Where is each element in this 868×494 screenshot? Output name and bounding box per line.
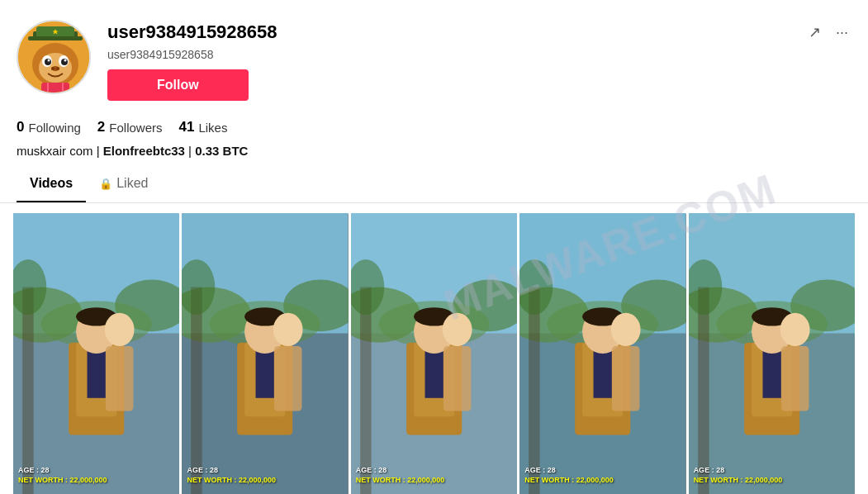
profile-top-row: user9384915928658 ↗ ··· bbox=[107, 20, 851, 45]
video-thumbnail: AGE : 28 NET WORTH : 22,000,000 ▷ 626 bbox=[13, 213, 179, 494]
bio-sep: | bbox=[185, 144, 195, 158]
video-card[interactable]: AGE : 28 NET WORTH : 22,000,000 ▷ 596 ✝ … bbox=[519, 213, 685, 494]
svg-rect-58 bbox=[443, 346, 472, 411]
svg-point-8 bbox=[64, 59, 67, 62]
tab-videos[interactable]: Videos bbox=[17, 166, 86, 202]
username-handle: user9384915928658 bbox=[107, 48, 851, 61]
followers-stat[interactable]: 2 Followers bbox=[97, 119, 163, 135]
stats-row: 0 Following 2 Followers 41 Likes bbox=[0, 111, 868, 140]
following-count: 0 bbox=[17, 119, 24, 135]
worth-line: NET WORTH : 22,000,000 bbox=[524, 475, 614, 486]
bio-row: muskxair com | Elonfreebtc33 | 0.33 BTC bbox=[0, 140, 868, 166]
followers-count: 2 bbox=[97, 119, 105, 135]
age-line: AGE : 28 bbox=[356, 465, 445, 476]
likes-label: Likes bbox=[198, 121, 227, 135]
age-line: AGE : 28 bbox=[187, 465, 276, 476]
svg-point-7 bbox=[48, 59, 50, 62]
tab-liked-label: Liked bbox=[116, 176, 148, 191]
video-overlay-text: AGE : 28 NET WORTH : 22,000,000 bbox=[187, 465, 276, 486]
svg-point-10 bbox=[51, 67, 55, 70]
video-overlay-text: AGE : 28 NET WORTH : 22,000,000 bbox=[356, 465, 445, 486]
svg-rect-72 bbox=[612, 346, 640, 411]
likes-count: 41 bbox=[179, 119, 195, 135]
profile-actions: ↗ ··· bbox=[805, 20, 851, 45]
bio-plain: muskxair com | bbox=[17, 144, 103, 158]
video-card[interactable]: AGE : 28 NET WORTH : 22,000,000 ▷ 620 ✝ … bbox=[182, 213, 348, 494]
followers-label: Followers bbox=[109, 121, 162, 135]
share-button[interactable]: ↗ bbox=[805, 20, 824, 45]
worth-line: NET WORTH : 22,000,000 bbox=[18, 475, 107, 486]
lock-icon: 🔒 bbox=[99, 178, 112, 190]
profile-header: user9384915928658 ↗ ··· user938491592865… bbox=[0, 0, 868, 111]
worth-line: NET WORTH : 22,000,000 bbox=[356, 475, 445, 486]
share-icon: ↗ bbox=[809, 24, 821, 40]
more-icon: ··· bbox=[836, 24, 848, 40]
tabs-row: Videos 🔒 Liked bbox=[0, 166, 868, 203]
svg-rect-44 bbox=[274, 346, 302, 411]
video-thumbnail: AGE : 28 NET WORTH : 22,000,000 ▷ 596 bbox=[519, 213, 685, 494]
svg-rect-31 bbox=[22, 287, 33, 494]
video-overlay-text: AGE : 28 NET WORTH : 22,000,000 bbox=[18, 465, 107, 486]
username-display: user9384915928658 bbox=[107, 21, 277, 43]
svg-point-57 bbox=[443, 313, 472, 346]
likes-stat[interactable]: 41 Likes bbox=[179, 119, 228, 135]
video-overlay-text: AGE : 28 NET WORTH : 22,000,000 bbox=[694, 465, 783, 486]
svg-rect-87 bbox=[698, 287, 709, 494]
video-card[interactable]: AGE : 28 NET WORTH : 22,000,000 ▷ 624 🙈 … bbox=[351, 213, 517, 494]
svg-rect-86 bbox=[781, 346, 809, 411]
video-card[interactable]: AGE : 28 NET WORTH : 22,000,000 ▷ 626 🔥 … bbox=[13, 213, 179, 494]
video-overlay-text: AGE : 28 NET WORTH : 22,000,000 bbox=[524, 465, 614, 486]
age-line: AGE : 28 bbox=[18, 465, 107, 476]
worth-line: NET WORTH : 22,000,000 bbox=[694, 475, 783, 486]
svg-point-85 bbox=[780, 313, 809, 346]
video-thumbnail: AGE : 28 NET WORTH : 22,000,000 ▷ 652 bbox=[689, 213, 855, 494]
avatar[interactable] bbox=[17, 20, 91, 94]
following-stat[interactable]: 0 Following bbox=[17, 119, 81, 135]
svg-point-29 bbox=[105, 313, 135, 346]
videos-grid: AGE : 28 NET WORTH : 22,000,000 ▷ 626 🔥 … bbox=[0, 213, 868, 494]
video-thumbnail: AGE : 28 NET WORTH : 22,000,000 ▷ 620 bbox=[182, 213, 348, 494]
svg-rect-14 bbox=[28, 36, 83, 40]
worth-line: NET WORTH : 22,000,000 bbox=[187, 475, 276, 486]
video-thumbnail: AGE : 28 NET WORTH : 22,000,000 ▷ 624 bbox=[351, 213, 517, 494]
svg-rect-16 bbox=[41, 83, 69, 94]
bio-bold-1: Elonfreebtc33 bbox=[103, 144, 185, 158]
follow-button[interactable]: Follow bbox=[107, 69, 249, 101]
svg-rect-30 bbox=[106, 346, 134, 411]
svg-rect-73 bbox=[529, 287, 539, 494]
following-label: Following bbox=[28, 121, 80, 135]
more-options-button[interactable]: ··· bbox=[832, 21, 851, 45]
bio-bold-2: 0.33 BTC bbox=[195, 144, 248, 158]
age-line: AGE : 28 bbox=[694, 465, 783, 476]
svg-point-71 bbox=[611, 313, 641, 346]
tab-videos-label: Videos bbox=[30, 176, 73, 191]
profile-info: user9384915928658 ↗ ··· user938491592865… bbox=[107, 20, 851, 101]
svg-rect-59 bbox=[360, 287, 371, 494]
video-card[interactable]: AGE : 28 NET WORTH : 22,000,000 ▷ 652 ⚡E… bbox=[689, 213, 855, 494]
svg-point-11 bbox=[56, 67, 59, 70]
svg-rect-45 bbox=[192, 287, 202, 494]
tab-liked[interactable]: 🔒 Liked bbox=[86, 166, 161, 202]
svg-point-43 bbox=[273, 313, 303, 346]
age-line: AGE : 28 bbox=[524, 465, 614, 476]
